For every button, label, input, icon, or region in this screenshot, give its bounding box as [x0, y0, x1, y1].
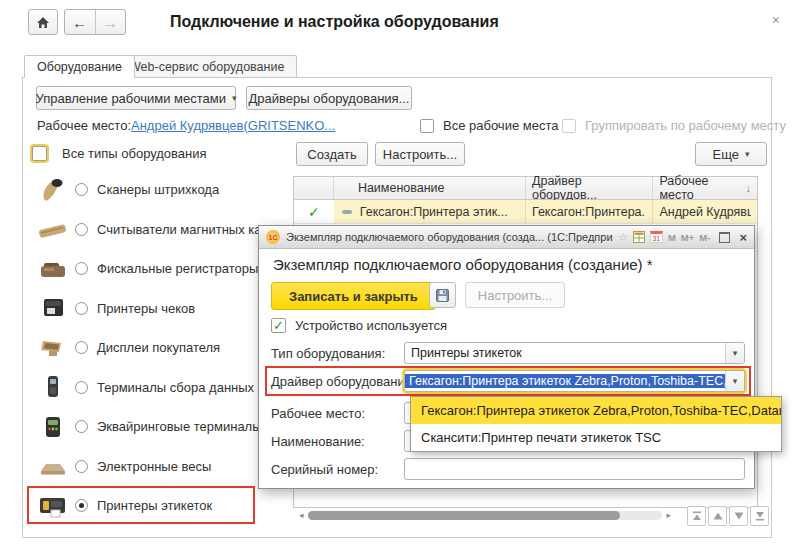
sidebar-item-label: Дисплеи покупателя [97, 340, 220, 355]
sidebar-item-magnetic-card-readers[interactable]: Считыватели магнитных карт [31, 210, 283, 249]
memory-plus-button[interactable]: M+ [681, 232, 694, 243]
sidebar-item-label: Сканеры штрихкода [97, 182, 219, 197]
create-button[interactable]: Создать [296, 142, 368, 166]
scales-icon [31, 452, 75, 480]
sidebar-item-acquiring-terminals[interactable]: Эквайринговые терминалы [31, 407, 283, 446]
fiscal-register-icon [31, 255, 75, 283]
all-equipment-types-checkbox[interactable] [32, 146, 47, 161]
dropdown-option[interactable]: Гексагон:Принтера этикеток Zebra,Proton,… [411, 397, 781, 424]
manage-workplaces-label: Управление рабочими местами [36, 91, 226, 106]
go-last-icon [755, 511, 765, 521]
device-used-label: Устройство используется [295, 318, 447, 333]
radio-data-collection-terminals[interactable] [75, 381, 88, 394]
home-button[interactable] [28, 9, 58, 35]
serial-input[interactable] [405, 459, 744, 479]
table-header-row: Наименование Драйвер оборудов... Рабочее… [294, 177, 757, 200]
sidebar-item-fiscal-registers[interactable]: Фискальные регистраторы [31, 249, 283, 288]
radio-electronic-scales[interactable] [75, 460, 88, 473]
scroll-right-icon[interactable]: ▸ [666, 511, 671, 520]
calendar-icon[interactable]: 31 [650, 231, 663, 243]
chevron-down-icon: ▾ [733, 348, 738, 358]
type-field[interactable]: Принтеры этикеток ▾ [404, 342, 745, 364]
forward-icon: → [103, 14, 118, 31]
table-header-workplace[interactable]: Рабочее место ↓ [653, 177, 757, 199]
radio-magnetic-card-readers[interactable] [75, 223, 88, 236]
radio-label-printers[interactable] [75, 499, 88, 512]
table-header-name[interactable]: Наименование [334, 177, 526, 199]
dialog-heading: Экземпляр подключаемого оборудования (со… [273, 256, 653, 273]
chevron-down-icon: ▾ [745, 149, 750, 159]
type-combo-button[interactable]: ▾ [725, 343, 744, 363]
equipment-drivers-button[interactable]: Драйверы оборудования... [246, 86, 412, 110]
create-label: Создать [307, 147, 356, 162]
calculator-icon[interactable] [633, 231, 645, 243]
window-close-icon[interactable]: × [772, 12, 780, 28]
card-reader-icon [31, 215, 75, 243]
serial-field[interactable] [404, 458, 745, 480]
dropdown-option[interactable]: Скансити:Принтер печати этикеток TSC [411, 424, 781, 451]
column-label: Рабочее место [659, 174, 745, 202]
dialog-titlebar[interactable]: 1С Экземпляр подключаемого оборудования … [259, 226, 754, 249]
sidebar-item-receipt-printers[interactable]: Принтеры чеков [31, 289, 283, 328]
horizontal-scrollbar[interactable]: ◂ ▸ [299, 508, 671, 522]
group-by-workplace-checkbox[interactable] [562, 119, 576, 133]
equipment-drivers-label: Драйверы оборудования... [249, 91, 410, 106]
tab-web-service[interactable]: Web-сервис оборудование [116, 55, 297, 77]
cell-text: Андрей Кудрявцев... [659, 205, 751, 219]
scrollbar-thumb[interactable] [308, 511, 620, 520]
driver-field[interactable]: Гексагон:Принтера этикеток Zebra,Proton,… [404, 370, 745, 392]
sidebar-item-label: Принтеры чеков [97, 301, 195, 316]
sidebar-item-electronic-scales[interactable]: Электронные весы [31, 447, 283, 486]
dialog-close-icon[interactable]: × [739, 230, 747, 245]
scroll-left-icon[interactable]: ◂ [299, 511, 304, 520]
home-icon [36, 16, 50, 29]
maximize-icon[interactable] [719, 232, 730, 243]
sidebar-item-label-printers[interactable]: Принтеры этикеток [31, 486, 283, 525]
dialog-configure-button[interactable]: Настроить... [465, 282, 565, 308]
device-used-checkbox[interactable]: ✓ [271, 318, 286, 333]
all-workplaces-checkbox[interactable] [420, 119, 434, 133]
radio-acquiring-terminals[interactable] [75, 420, 88, 433]
memory-button[interactable]: M [668, 232, 676, 243]
manage-workplaces-button[interactable]: Управление рабочими местами ▾ [36, 86, 236, 110]
row-name-cell: Гексагон:Принтера этик... [334, 200, 526, 223]
workplace-link[interactable]: Андрей Кудрявцев(GRITSENKO... [131, 118, 335, 133]
row-navigation [687, 506, 769, 526]
scrollbar-track[interactable] [308, 511, 663, 520]
go-first-button[interactable] [687, 506, 706, 526]
tab-equipment[interactable]: Оборудование [24, 55, 135, 78]
save-and-close-button[interactable]: Записать и закрыть [271, 282, 436, 310]
radio-barcode-scanners[interactable] [75, 183, 88, 196]
radio-receipt-printers[interactable] [75, 302, 88, 315]
go-up-button[interactable] [708, 506, 727, 526]
back-button[interactable]: ← [65, 10, 96, 34]
table-header-driver[interactable]: Драйвер оборудов... [526, 177, 653, 199]
type-label: Тип оборудования: [271, 346, 385, 361]
memory-minus-button[interactable]: M- [699, 232, 710, 243]
floppy-icon [436, 289, 449, 302]
favorites-star-icon[interactable]: ☆ [618, 231, 628, 244]
table-row[interactable]: ✓ Гексагон:Принтера этик... Гексагон:При… [294, 200, 757, 224]
sidebar-item-label: Эквайринговые терминалы [97, 419, 262, 434]
radio-customer-displays[interactable] [75, 341, 88, 354]
all-equipment-types-label: Все типы оборудования [62, 146, 207, 161]
configure-button[interactable]: Настроить... [375, 142, 465, 166]
go-last-button[interactable] [750, 506, 769, 526]
forward-button[interactable]: → [96, 10, 126, 34]
1c-logo-icon: 1С [266, 230, 280, 244]
radio-fiscal-registers[interactable] [75, 262, 88, 275]
sidebar-item-barcode-scanners[interactable]: Сканеры штрихкода [31, 170, 283, 209]
dialog-configure-label: Настроить... [478, 288, 552, 303]
calendar-day: 31 [650, 231, 663, 243]
more-button[interactable]: Еще ▾ [695, 142, 767, 166]
driver-combo-button[interactable]: ▾ [725, 371, 744, 391]
sidebar-item-label: Фискальные регистраторы [97, 261, 258, 276]
table-header-status[interactable] [294, 177, 334, 199]
sidebar-item-data-collection-terminals[interactable]: Терминалы сбора данных [31, 368, 283, 407]
go-down-button[interactable] [729, 506, 748, 526]
label-printer-icon [31, 492, 75, 520]
sidebar-item-customer-displays[interactable]: Дисплеи покупателя [31, 328, 283, 367]
more-label: Еще [713, 147, 739, 162]
save-button[interactable] [429, 282, 456, 308]
go-first-icon [692, 511, 702, 521]
